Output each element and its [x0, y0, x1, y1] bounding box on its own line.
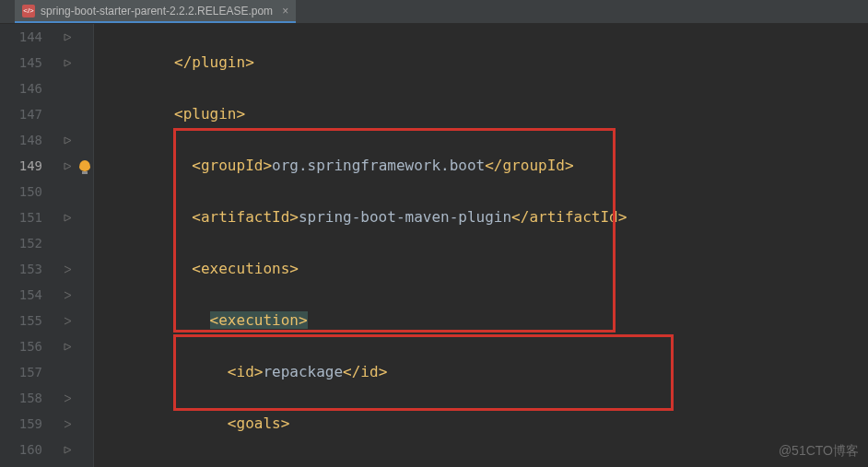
line-number: 158: [0, 385, 42, 411]
xml-tag: <executions>: [192, 260, 299, 277]
intention-bulb-icon[interactable]: [79, 160, 90, 171]
line-number: 147: [0, 101, 42, 127]
fold-column: [59, 24, 76, 467]
line-number-gutter[interactable]: 144 145 146 147 148 149 150 151 152 153 …: [0, 24, 59, 467]
xml-tag: <goals>: [228, 414, 289, 432]
fold-marker-icon[interactable]: [64, 291, 72, 299]
line-number: 157: [0, 359, 42, 385]
xml-file-icon: </>: [22, 5, 35, 18]
line-number: 160: [0, 437, 42, 462]
fold-marker-icon[interactable]: [64, 420, 72, 428]
xml-tag: <groupId>: [192, 157, 272, 174]
xml-tag: <id>: [228, 363, 264, 380]
xml-tag: </groupId>: [485, 157, 573, 174]
xml-tag-highlighted: <execution>: [210, 311, 308, 329]
tab-filename: spring-boot-starter-parent-2.2.2.RELEASE…: [41, 5, 273, 18]
fold-marker-icon[interactable]: [64, 265, 72, 274]
file-tab[interactable]: </> spring-boot-starter-parent-2.2.2.REL…: [15, 0, 296, 23]
fold-marker-icon[interactable]: [64, 214, 72, 222]
line-number: 150: [0, 179, 42, 204]
line-number-current: 149: [0, 153, 42, 179]
fold-marker-icon[interactable]: [64, 394, 72, 403]
fold-marker-icon[interactable]: [64, 33, 72, 41]
line-number: 144: [0, 24, 42, 50]
xml-tag: </id>: [343, 363, 387, 380]
close-icon[interactable]: ×: [278, 5, 288, 18]
line-number: 146: [0, 76, 42, 101]
line-number: 148: [0, 127, 42, 153]
gutter-icon-column: [76, 24, 94, 467]
line-number: 154: [0, 282, 42, 308]
line-number: 153: [0, 256, 42, 282]
fold-marker-icon[interactable]: [64, 343, 72, 351]
line-number: 152: [0, 230, 42, 256]
fold-marker-icon[interactable]: [64, 162, 72, 170]
watermark-text: @51CTO博客: [779, 443, 859, 460]
xml-tag: <artifactId>: [192, 208, 299, 226]
tab-bar: </> spring-boot-starter-parent-2.2.2.REL…: [0, 0, 868, 24]
editor-area: 144 145 146 147 148 149 150 151 152 153 …: [0, 24, 868, 467]
xml-tag: </artifactId>: [511, 208, 627, 226]
xml-text: spring-boot-maven-plugin: [299, 208, 511, 226]
line-number: 159: [0, 411, 42, 437]
xml-tag: <plugin>: [174, 105, 245, 123]
fold-marker-icon[interactable]: [64, 446, 72, 454]
line-number: 151: [0, 204, 42, 230]
line-number: 155: [0, 308, 42, 333]
xml-tag: </plugin>: [174, 53, 254, 71]
xml-text: org.springframework.boot: [272, 157, 485, 174]
code-area[interactable]: </plugin> <plugin> <groupId>org.springfr…: [94, 24, 868, 467]
line-number: 145: [0, 50, 42, 76]
tab-bar-padding: [0, 0, 15, 23]
xml-text: repackage: [263, 363, 343, 380]
fold-marker-icon[interactable]: [64, 136, 72, 145]
line-number: 156: [0, 333, 42, 359]
fold-marker-icon[interactable]: [64, 317, 72, 325]
fold-marker-icon[interactable]: [64, 59, 72, 67]
